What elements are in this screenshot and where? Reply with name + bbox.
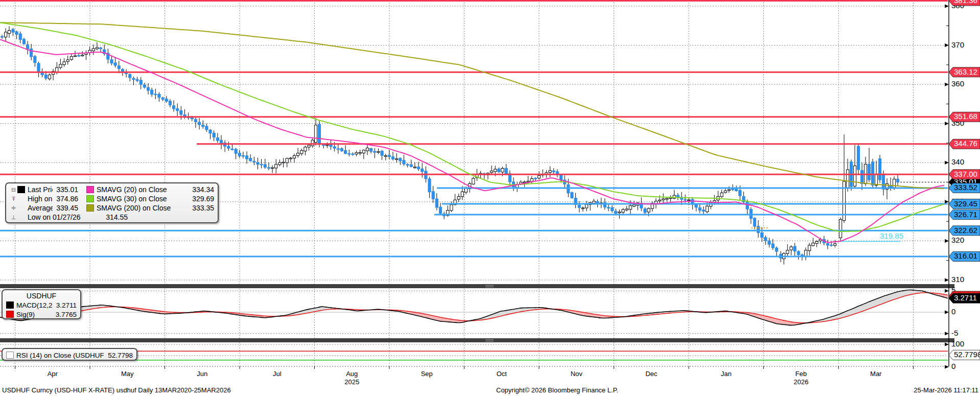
panel-separator-bar[interactable] — [0, 338, 954, 342]
candle — [662, 199, 665, 200]
candle — [494, 169, 497, 172]
svg-text:320: 320 — [951, 236, 964, 244]
candle — [362, 150, 365, 153]
candle — [815, 241, 818, 243]
rsi-legend-box[interactable]: RSI (14) on Close (USDHUF) 52.7798 — [2, 348, 137, 361]
candle — [326, 145, 329, 146]
timestamp: 25-Mar-2026 11:17:11 — [914, 386, 978, 394]
candle — [826, 244, 829, 245]
candle — [110, 60, 113, 63]
candle — [801, 255, 803, 256]
rsi-row: RSI (14) on Close (USDHUF) 52.7798 — [6, 351, 133, 360]
candle — [421, 169, 424, 172]
month-label-aug: Aug — [334, 370, 370, 378]
candle — [428, 179, 431, 192]
candle — [753, 218, 756, 226]
candle — [702, 210, 705, 212]
candle — [66, 60, 69, 61]
candle — [311, 140, 314, 146]
candle — [491, 171, 493, 173]
candle — [56, 67, 58, 72]
rsi-line — [0, 350, 945, 363]
low-label: Low on 01/27/26 — [28, 213, 102, 221]
candle — [666, 198, 668, 199]
svg-text:322.62: 322.62 — [954, 226, 977, 235]
price-legend-box[interactable]: ⊟ Last Price 335.01 SMAVG (20) on Close … — [5, 182, 219, 223]
candle — [538, 175, 540, 178]
sig-label: Sig(9) — [16, 311, 52, 318]
macd-legend-box[interactable]: USDHUF MACD(12,26) 3.2711 Sig(9) 3.7765 — [2, 289, 81, 319]
smavg20-legend: SMAVG (20) on Close 334.34 — [86, 185, 214, 194]
candle — [406, 165, 409, 166]
candle — [413, 167, 416, 168]
candle — [337, 149, 339, 150]
candle — [374, 151, 376, 152]
tree-expand-icon[interactable]: ⊟ — [10, 187, 17, 193]
candle — [684, 199, 686, 200]
candle — [22, 39, 25, 44]
svg-text:316.01: 316.01 — [954, 251, 977, 260]
macd-legend-title: USDHUF — [6, 292, 77, 300]
candle — [395, 159, 398, 160]
candle — [768, 241, 771, 244]
legend-row-average: ✛ Average 339.45 SMAVG (200) on Close 33… — [10, 203, 214, 213]
rsi-label: RSI (14) on Close (USDHUF) — [16, 352, 104, 359]
candle — [384, 156, 387, 157]
svg-text:0: 0 — [951, 307, 955, 316]
candle — [878, 159, 881, 180]
candle — [205, 126, 208, 130]
legend-row-high: Ŧ High on 03/28/25 374.86 SMAVG (30) on … — [10, 194, 214, 203]
sig-swatch-icon — [6, 311, 14, 318]
candle — [209, 130, 212, 133]
macd-swatch-icon — [6, 301, 14, 309]
candle — [275, 165, 277, 168]
month-label-jun: Jun — [184, 370, 220, 378]
svg-text:310: 310 — [951, 275, 964, 284]
candle — [129, 75, 131, 78]
candle — [151, 90, 153, 94]
month-label-nov: Nov — [558, 370, 594, 378]
candle — [775, 248, 778, 251]
price-badges: 335.01381.36363.12351.68344.76337.00333.… — [949, 0, 980, 360]
svg-text:329.45: 329.45 — [954, 199, 977, 208]
macd-signal-line — [0, 293, 948, 323]
candle — [216, 137, 219, 141]
svg-text:363.12: 363.12 — [954, 67, 977, 76]
candle — [846, 170, 849, 188]
candle — [359, 153, 361, 154]
candle — [464, 188, 467, 192]
month-label-oct: Oct — [484, 370, 520, 378]
last-price-swatch-icon — [17, 186, 25, 193]
candle — [12, 29, 14, 32]
candle — [81, 55, 84, 56]
candle — [790, 247, 792, 250]
candle — [857, 146, 859, 170]
year-label-2026: 2026 — [783, 378, 819, 386]
candle — [812, 243, 814, 246]
candle — [278, 162, 281, 165]
smavg200-legend: SMAVG (200) on Close 333.35 — [86, 204, 214, 212]
smavg20-swatch-icon — [86, 186, 94, 193]
panel-separator-bar[interactable] — [0, 284, 954, 288]
smavg30-swatch-icon — [86, 195, 94, 202]
macd-panel — [0, 290, 948, 325]
candle — [99, 48, 102, 49]
sig-row: Sig(9) 3.7765 — [6, 310, 77, 319]
candle — [172, 106, 175, 109]
smavg200-value: 333.35 — [190, 204, 214, 212]
candle — [860, 171, 863, 184]
candle — [213, 133, 215, 137]
candle — [629, 205, 632, 209]
low-marker-icon: ⊥ — [10, 214, 17, 221]
candle — [264, 165, 266, 167]
candle — [143, 85, 146, 87]
candle — [194, 119, 197, 122]
svg-text:333.52: 333.52 — [954, 183, 977, 192]
smavg20-label: SMAVG (20) on Close — [97, 185, 190, 194]
candle — [688, 200, 690, 201]
candle — [114, 63, 116, 65]
candle — [530, 179, 533, 181]
candle — [348, 153, 351, 154]
candle — [549, 171, 551, 173]
month-label-sep: Sep — [409, 370, 445, 378]
